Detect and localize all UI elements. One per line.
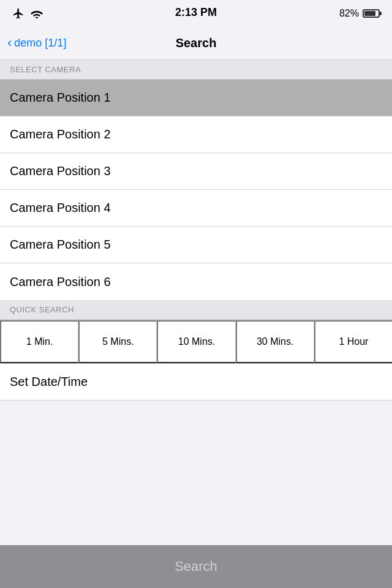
quick-search-header: QUICK SEARCH — [0, 300, 392, 320]
battery-fill — [364, 11, 375, 16]
back-button[interactable]: ‹ demo [1/1] — [7, 37, 66, 50]
status-right: 82% — [339, 8, 380, 19]
quick-search-section: QUICK SEARCH 1 Min. 5 Mins. 10 Mins. 30 … — [0, 300, 392, 364]
page-title: Search — [176, 36, 217, 50]
quick-btn-10mins[interactable]: 10 Mins. — [157, 320, 235, 363]
nav-bar: ‹ demo [1/1] Search — [0, 27, 392, 60]
camera-item-5[interactable]: Camera Position 5 — [0, 227, 392, 263]
back-chevron-icon: ‹ — [7, 36, 12, 50]
wifi-icon — [31, 9, 43, 18]
camera-list: Camera Position 1 Camera Position 2 Came… — [0, 80, 392, 300]
set-datetime-row[interactable]: Set Date/Time — [0, 364, 392, 401]
search-button[interactable]: Search — [175, 559, 217, 575]
quick-btn-1min[interactable]: 1 Min. — [0, 320, 78, 363]
status-time: 2:13 PM — [175, 6, 217, 19]
battery-percentage: 82% — [339, 8, 359, 19]
search-button-container: Search — [0, 545, 392, 588]
quick-search-buttons: 1 Min. 5 Mins. 10 Mins. 30 Mins. 1 Hour — [0, 320, 392, 364]
status-left — [12, 7, 43, 20]
select-camera-header: SELECT CAMERA — [0, 60, 392, 80]
quick-btn-5mins[interactable]: 5 Mins. — [78, 320, 157, 363]
camera-item-1[interactable]: Camera Position 1 — [0, 80, 392, 116]
status-bar: 2:13 PM 82% — [0, 0, 392, 27]
camera-item-3[interactable]: Camera Position 3 — [0, 153, 392, 190]
camera-item-2[interactable]: Camera Position 2 — [0, 116, 392, 153]
quick-btn-1hour[interactable]: 1 Hour — [314, 320, 392, 363]
airplane-icon — [12, 7, 24, 20]
camera-item-4[interactable]: Camera Position 4 — [0, 190, 392, 227]
quick-btn-30mins[interactable]: 30 Mins. — [236, 320, 314, 363]
battery-icon — [363, 9, 380, 18]
back-label: demo [1/1] — [14, 37, 66, 50]
camera-item-6[interactable]: Camera Position 6 — [0, 263, 392, 300]
